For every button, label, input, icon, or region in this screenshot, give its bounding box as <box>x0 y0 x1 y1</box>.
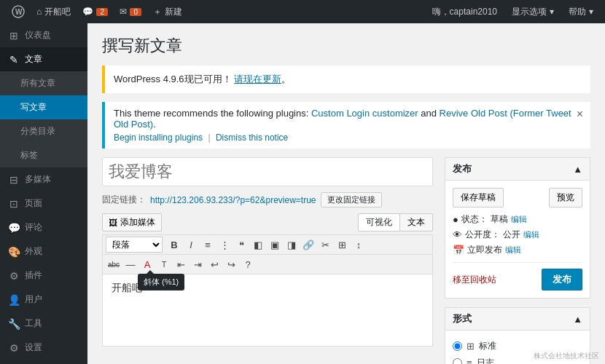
update-notice: WordPress 4.9.6现已可用！ 请现在更新。 <box>102 66 590 93</box>
svg-text:W: W <box>15 8 23 16</box>
pages-icon: ⊡ <box>7 198 20 210</box>
unlink-button[interactable]: ✂ <box>317 237 333 253</box>
insert-table-button[interactable]: ⊞ <box>334 237 350 253</box>
publish-panel-body: 保存草稿 预览 ● 状态： 草稿 编辑 👁 公开度： 公开 编辑 <box>445 181 590 298</box>
sidebar-item-write-post[interactable]: 写文章 <box>0 95 87 119</box>
preview-button[interactable]: 预览 <box>549 188 582 207</box>
publish-panel-header[interactable]: 发布 ▲ <box>445 158 590 181</box>
horizontal-rule-button[interactable]: — <box>122 256 138 272</box>
messages-badge: 0 <box>130 8 141 16</box>
sidebar-item-tags[interactable]: 标签 <box>0 143 87 167</box>
paste-plain-button[interactable]: T <box>156 256 172 272</box>
sidebar-item-pages[interactable]: ⊡ 页面 <box>0 191 87 215</box>
notice-close-button[interactable]: × <box>577 108 583 121</box>
users-icon: 👤 <box>7 294 20 306</box>
move-to-trash-link[interactable]: 移至回收站 <box>453 274 496 286</box>
permalink-label: 固定链接： <box>102 194 146 206</box>
sidebar-item-users[interactable]: 👤 用户 <box>0 288 87 312</box>
chevron-down-icon: ▾ <box>550 7 554 17</box>
wp-logo[interactable]: W <box>6 0 31 23</box>
format-toolbar-row2: abc — A T 斜体 (%1) ⇤ ⇥ ↩ ↪ ? <box>102 254 433 274</box>
user-greeting[interactable]: 嗨，captain2010 <box>426 0 503 23</box>
blockquote-button[interactable]: ❝ <box>233 237 249 253</box>
message-icon: ✉ <box>120 7 127 17</box>
plus-icon: ＋ <box>153 6 162 18</box>
sidebar-item-comments[interactable]: 💬 评论 <box>0 215 87 240</box>
sidebar-item-dashboard[interactable]: ⊞ 仪表盘 <box>0 23 87 47</box>
ordered-list-button[interactable]: ⋮ <box>216 237 233 253</box>
redo-button[interactable]: ↪ <box>223 256 239 272</box>
italic-button[interactable]: I <box>183 237 199 253</box>
plugin1-link[interactable]: Custom Login customizer <box>311 108 418 119</box>
change-permalink-button[interactable]: 更改固定链接 <box>321 192 382 207</box>
begin-installing-link[interactable]: Begin installing plugins <box>114 132 203 143</box>
tools-icon: 🔧 <box>7 318 20 330</box>
editor-area: 固定链接： http://123.206.93.233/?p=62&previe… <box>102 157 433 364</box>
undo-button[interactable]: ↩ <box>206 256 222 272</box>
paragraph-format-select[interactable]: 段落 标题1 标题2 预格式化 <box>106 237 163 253</box>
publish-time-edit-link[interactable]: 编辑 <box>505 245 521 256</box>
strikethrough-button[interactable]: abc <box>106 256 122 272</box>
align-right-button[interactable]: ◨ <box>284 237 300 253</box>
appearance-icon: 🎨 <box>7 246 20 258</box>
status-row: ● 状态： 草稿 编辑 <box>453 213 582 226</box>
status-value: 草稿 <box>491 213 508 226</box>
messages-item[interactable]: ✉ 0 <box>114 0 147 23</box>
new-item[interactable]: ＋ 新建 <box>147 0 188 23</box>
chevron-down-icon: ▾ <box>589 7 593 17</box>
help-btn[interactable]: 帮助 ▾ <box>563 0 599 23</box>
align-left-button[interactable]: ◧ <box>250 237 266 253</box>
sidebar-item-tools[interactable]: 🔧 工具 <box>0 312 87 336</box>
admin-bar: W ⌂ 开船吧 💬 2 ✉ 0 ＋ 新建 嗨，captain2010 显示选项 … <box>0 0 605 23</box>
outdent-button[interactable]: ⇤ <box>173 256 189 272</box>
format-radio-standard[interactable] <box>453 341 462 351</box>
bold-button[interactable]: B <box>166 237 182 253</box>
standard-format-icon: ⊞ <box>467 341 475 352</box>
sidebar-item-posts[interactable]: ✎ 文章 <box>0 47 87 71</box>
format-toolbar: 段落 标题1 标题2 预格式化 B I ≡ ⋮ ❝ ◧ ▣ ◨ 🔗 ✂ ⊞ ↕ <box>102 234 433 254</box>
status-icon: ● <box>453 214 458 225</box>
text-tab[interactable]: 文本 <box>399 213 433 232</box>
add-media-button[interactable]: 🖼 添加媒体 <box>102 213 162 232</box>
status-edit-link[interactable]: 编辑 <box>511 214 527 225</box>
watermark: 株式会社地技术社区 <box>534 351 599 361</box>
sidebar-item-appearance[interactable]: 🎨 外观 <box>0 240 87 264</box>
visibility-edit-link[interactable]: 编辑 <box>523 229 539 240</box>
comments-item[interactable]: 💬 2 <box>77 0 114 23</box>
dismiss-notice-link[interactable]: Dismiss this notice <box>216 132 288 143</box>
sidebar-item-plugins[interactable]: ⚙ 插件 <box>0 264 87 288</box>
collapse-format-icon: ▲ <box>573 314 582 325</box>
comments-badge: 2 <box>96 8 108 16</box>
dashboard-icon: ⊞ <box>7 30 20 41</box>
publish-button[interactable]: 发布 <box>542 269 582 290</box>
notice-separator: | <box>208 132 212 143</box>
editor-toolbar-top: 🖼 添加媒体 可视化 文本 <box>102 213 433 232</box>
media-add-icon: 🖼 <box>109 218 117 228</box>
align-center-button[interactable]: ▣ <box>267 237 283 253</box>
indent-button[interactable]: ⇥ <box>190 256 206 272</box>
aside-format-icon: ≡ <box>467 357 472 364</box>
toggle-toolbar-button[interactable]: ↕ <box>351 237 367 253</box>
link-button[interactable]: 🔗 <box>300 237 316 253</box>
media-icon: ⊟ <box>7 174 20 186</box>
help-format-button[interactable]: ? <box>240 256 256 272</box>
publish-footer: 移至回收站 发布 <box>453 262 582 290</box>
sidebar-item-settings[interactable]: ⚙ 设置 <box>0 336 87 360</box>
site-name[interactable]: ⌂ 开船吧 <box>31 0 77 23</box>
visibility-row: 👁 公开度： 公开 编辑 <box>453 229 582 241</box>
sidebar-item-media[interactable]: ⊟ 多媒体 <box>0 167 87 191</box>
unordered-list-button[interactable]: ≡ <box>200 237 216 253</box>
content-area: 固定链接： http://123.206.93.233/?p=62&previe… <box>102 157 590 364</box>
sidebar-item-collapse[interactable]: ◀ 收起菜单 <box>0 360 87 364</box>
display-options[interactable]: 显示选项 ▾ <box>506 0 560 23</box>
visibility-icon: 👁 <box>453 229 462 240</box>
sidebar-item-all-posts[interactable]: 所有文章 <box>0 71 87 95</box>
update-link[interactable]: 请现在更新 <box>234 74 281 84</box>
format-radio-aside[interactable] <box>453 358 462 364</box>
save-draft-button[interactable]: 保存草稿 <box>453 188 504 207</box>
visual-tab[interactable]: 可视化 <box>358 213 400 232</box>
format-panel-header[interactable]: 形式 ▲ <box>445 308 590 331</box>
permalink-url[interactable]: http://123.206.93.233/?p=62&preview=true <box>150 195 316 205</box>
sidebar-item-categories[interactable]: 分类目录 <box>0 119 87 143</box>
post-title-input[interactable] <box>102 157 433 186</box>
